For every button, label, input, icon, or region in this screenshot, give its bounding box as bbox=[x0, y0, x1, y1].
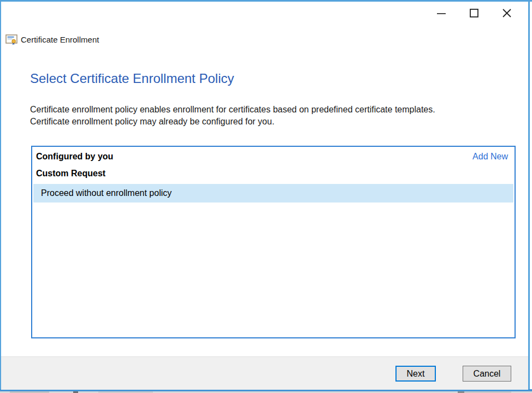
list-item-label: Proceed without enrollment policy bbox=[41, 188, 172, 198]
maximize-icon bbox=[469, 8, 479, 18]
window-border-top bbox=[0, 0, 532, 2]
close-button[interactable] bbox=[490, 2, 523, 24]
certificate-icon bbox=[5, 33, 17, 45]
next-button[interactable]: Next bbox=[395, 366, 436, 382]
group-label-custom-request: Custom Request bbox=[36, 169, 105, 178]
description-line-1: Certificate enrollment policy enables en… bbox=[30, 104, 516, 116]
page-description: Certificate enrollment policy enables en… bbox=[30, 104, 516, 128]
cancel-button[interactable]: Cancel bbox=[463, 366, 511, 382]
page-title: Select Certificate Enrollment Policy bbox=[30, 71, 234, 86]
maximize-button[interactable] bbox=[458, 2, 490, 24]
add-new-link[interactable]: Add New bbox=[472, 152, 508, 162]
window-border-left bbox=[0, 2, 1, 389]
group-label-configured-by-you: Configured by you bbox=[36, 152, 113, 162]
group-custom-request: Custom Request bbox=[36, 167, 105, 180]
group-configured-by-you: Configured by you Add New bbox=[36, 150, 508, 163]
window-border-right bbox=[528, 2, 530, 389]
close-icon bbox=[502, 8, 512, 18]
list-item-proceed-without-enrollment-policy[interactable]: Proceed without enrollment policy bbox=[33, 184, 513, 203]
minimize-icon bbox=[436, 8, 446, 18]
minimize-button[interactable] bbox=[425, 2, 458, 24]
window-title: Certificate Enrollment bbox=[21, 35, 99, 44]
description-line-2: Certificate enrollment policy may alread… bbox=[30, 116, 516, 128]
footer-bar bbox=[1, 356, 528, 390]
enrollment-policy-list: Configured by you Add New Custom Request… bbox=[31, 146, 516, 338]
